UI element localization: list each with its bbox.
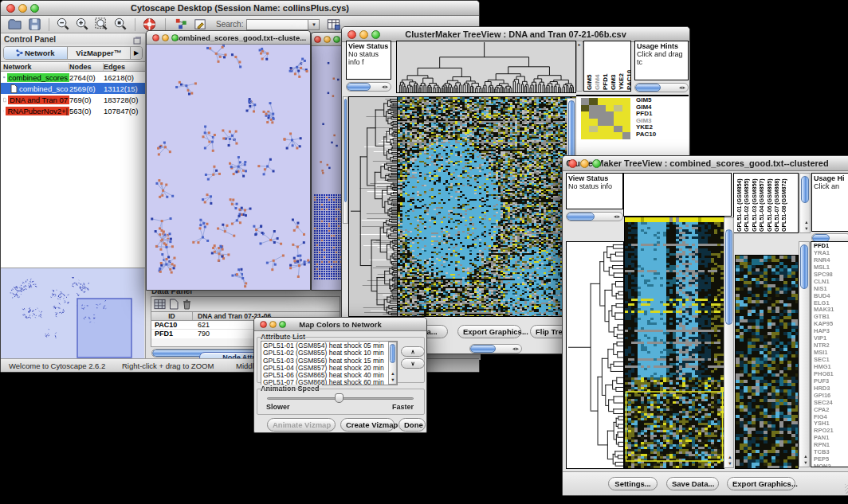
save-data-button[interactable]: Save Data...	[666, 477, 719, 490]
view-status-hscrollbar[interactable]: ◂▸	[346, 82, 391, 92]
close-button[interactable]	[6, 4, 15, 13]
column-label[interactable]: GPL51-02 (GSM855)	[743, 175, 750, 232]
gene-label[interactable]: PAC10	[636, 131, 689, 139]
table-row[interactable]: DNA and Tran 07 769(0) 183728(0)	[1, 94, 145, 105]
birdseye-canvas[interactable]	[1, 268, 144, 359]
network-canvas[interactable]	[147, 45, 310, 290]
heatmap-v-scrollbar[interactable]: ▴▾	[724, 217, 734, 468]
birdseye-view[interactable]	[1, 268, 145, 360]
save-icon[interactable]	[27, 17, 42, 32]
minimize-button[interactable]	[162, 34, 169, 41]
gene-list-v-scrollbar[interactable]: ▴▾	[799, 241, 810, 467]
more-tabs-button[interactable]: ▶	[130, 47, 142, 59]
view-status-hscrollbar[interactable]: ◂▸	[566, 212, 623, 221]
column-dendrogram[interactable]	[396, 41, 576, 93]
column-label[interactable]: GIM3	[610, 43, 618, 90]
gene-label[interactable]: MON2	[814, 463, 848, 467]
trash-icon[interactable]	[182, 299, 192, 310]
minimize-button[interactable]	[18, 4, 27, 13]
zoom-button[interactable]	[30, 4, 39, 13]
column-label[interactable]: PFD1	[602, 43, 610, 90]
minimize-button[interactable]	[269, 321, 277, 328]
animate-vizmap-button[interactable]: Animate Vizmap	[267, 418, 336, 432]
minimize-button[interactable]	[359, 30, 368, 39]
close-button[interactable]	[347, 30, 356, 39]
column-label[interactable]: GIM4	[594, 43, 602, 90]
row-dendrogram[interactable]	[566, 241, 624, 469]
table-row[interactable]: RNAPuberNov2+| 563(0) 107847(0)	[1, 105, 145, 116]
attribute-table-icon[interactable]	[326, 17, 341, 32]
export-graphics-button[interactable]: Export Graphics...	[727, 477, 795, 490]
zoom-button[interactable]	[371, 30, 380, 39]
zoom-button[interactable]	[333, 36, 340, 43]
zoom-fit-icon[interactable]	[94, 17, 109, 32]
column-label[interactable]: GPL51-06 (GSM865)	[766, 175, 773, 232]
done-button[interactable]: Done	[398, 418, 426, 432]
table-icon[interactable]	[154, 299, 166, 310]
column-dendrogram[interactable]	[623, 173, 732, 217]
settings-button[interactable]: Settings...	[608, 477, 658, 490]
table-row-selected[interactable]: combined_sco 2569(6) 13112(15)	[1, 83, 145, 94]
zoom-in-icon[interactable]	[75, 17, 90, 32]
splitter-strip[interactable]: ▸	[576, 41, 583, 92]
open-folder-icon[interactable]	[7, 17, 22, 32]
main-titlebar[interactable]: Cytoscape Desktop (Session Name: collins…	[1, 1, 479, 16]
scroll-arrows[interactable]: ▴▾	[389, 370, 396, 383]
heatmap-main[interactable]	[397, 96, 577, 317]
network2-titlebar[interactable]	[312, 33, 344, 46]
scroll-arrows[interactable]: ◂▸	[380, 84, 391, 90]
minimize-button[interactable]	[580, 159, 589, 168]
column-label[interactable]: GPL51-08 (GSM872)	[780, 175, 787, 232]
zoom-button[interactable]	[279, 321, 286, 328]
heatmap-main[interactable]	[624, 217, 724, 469]
scroll-arrows[interactable]: ◂▸	[677, 84, 688, 91]
create-vizmap-button[interactable]: Create Vizmap	[340, 418, 395, 432]
heatmap-secondary[interactable]	[735, 255, 799, 469]
zoom-out-icon[interactable]	[56, 17, 71, 32]
attribute-listbox[interactable]: GPL51-01 (GSM854) heat shock 05 minGPL51…	[261, 341, 398, 385]
network2-canvas[interactable]	[312, 46, 344, 290]
minimize-button[interactable]	[324, 36, 331, 43]
scroll-arrows[interactable]: ◂▸	[511, 346, 521, 352]
column-label[interactable]: GPL51-04 (GSM857)	[758, 175, 765, 232]
scroll-arrows[interactable]: ◂▸	[612, 213, 622, 220]
column-nodes[interactable]: Nodes	[69, 63, 104, 71]
scroll-arrows[interactable]: ▴▾	[724, 454, 733, 467]
move-up-button[interactable]: ∧	[401, 346, 425, 357]
row-dendrogram[interactable]	[348, 96, 398, 317]
dialog-titlebar[interactable]: Map Colors to Network	[254, 318, 426, 331]
new-document-icon[interactable]	[169, 299, 179, 310]
search-dropdown-button[interactable]: ▼	[308, 19, 320, 30]
column-labels-v-scrollbar[interactable]: ▴▾	[799, 173, 811, 233]
data-column-id[interactable]: ID	[151, 312, 193, 320]
column-edges[interactable]: Edges	[104, 63, 145, 71]
scroll-arrows[interactable]: ▴▾	[799, 453, 809, 466]
zoom-selected-icon[interactable]	[113, 17, 128, 32]
column-label[interactable]: GIM5	[586, 43, 594, 90]
export-graphics-button[interactable]: Export Graphics...	[457, 325, 521, 338]
speed-slider-thumb[interactable]	[335, 393, 344, 403]
column-label[interactable]: PAC10	[626, 43, 631, 90]
move-down-button[interactable]: ∨	[401, 358, 425, 369]
attribute-list-v-scrollbar[interactable]: ▴▾	[388, 342, 397, 385]
close-button[interactable]	[568, 159, 577, 168]
column-label[interactable]: YKE2	[618, 43, 626, 90]
close-button[interactable]	[152, 34, 159, 41]
column-network[interactable]: Network	[1, 63, 69, 71]
correlation-matrix[interactable]	[581, 98, 630, 139]
table-row[interactable]: combined_scores 2764(0) 16218(0)	[1, 72, 145, 83]
bottom-hscrollbar[interactable]: ◂▸	[469, 344, 522, 354]
row-tree-v-scrollbar[interactable]	[343, 96, 348, 224]
close-button[interactable]	[314, 36, 321, 43]
search-input[interactable]	[246, 19, 308, 30]
close-button[interactable]	[260, 321, 267, 328]
float-panel-icon[interactable]	[132, 34, 142, 44]
zoom-button[interactable]	[592, 159, 601, 168]
tab-vizmapper[interactable]: VizMapper™	[68, 47, 131, 59]
network-titlebar[interactable]: combined_scores_good.txt--cluste...	[147, 31, 310, 45]
column-label[interactable]: GPL51-03 (GSM856)	[751, 175, 758, 232]
treeview2-titlebar[interactable]: ClusterMaker TreeView : combined_scores_…	[563, 156, 848, 171]
usage-hints-hscrollbar[interactable]: ◂▸	[634, 83, 689, 92]
zoom-button[interactable]	[171, 34, 179, 41]
column-label[interactable]: GPL51-01 (GSM854)	[736, 175, 743, 232]
